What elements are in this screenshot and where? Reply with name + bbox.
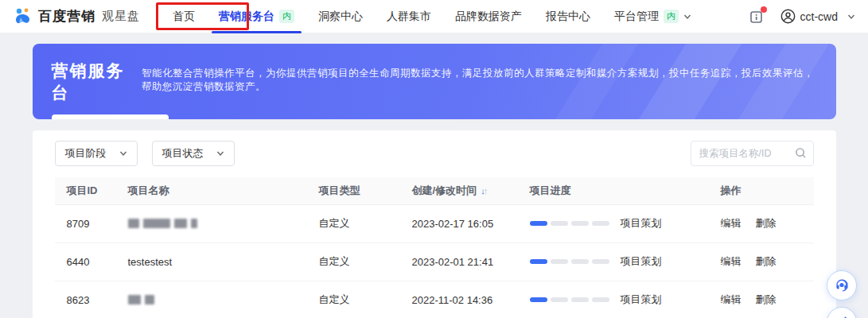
nav-item-label: 报告中心 (546, 10, 590, 24)
column-header-5: 操作 (709, 177, 814, 204)
delete-action-link[interactable]: 删除 (756, 255, 777, 267)
edit-action-link[interactable]: 编辑 (721, 255, 741, 267)
projects-table: 项目ID项目名称项目类型创建/修改时间↓↑项目进度操作 8709自定义2023-… (55, 177, 814, 318)
page-body: 营销服务台 智能化整合营销操作平台，为你提供营销项目的全生命周期数据支持，满足投… (0, 33, 868, 318)
top-navbar: 百度营销 观星盘 首页营销服务台内洞察中心人群集市品牌数据资产报告中心平台管理内… (0, 0, 868, 33)
project-progress-cell: 项目策划 (518, 281, 709, 318)
progress-segment (592, 221, 609, 226)
notification-icon[interactable] (749, 9, 765, 25)
project-type-cell: 自定义 (307, 204, 400, 242)
nav-item-2[interactable]: 洞察中心 (306, 0, 375, 33)
project-list-card: 项目阶段 项目状态 (33, 130, 836, 318)
chevron-down-icon (847, 13, 855, 21)
filter-toolbar: 项目阶段 项目状态 (55, 141, 814, 166)
nav-item-label: 平台管理 (614, 10, 659, 24)
progress-segment (551, 297, 568, 302)
account-name: cct-cwd (800, 10, 838, 23)
internal-badge: 内 (279, 10, 294, 23)
nav-item-5[interactable]: 报告中心 (534, 0, 602, 33)
progress-segment (592, 297, 609, 302)
create-project-button[interactable]: 新建自定义营销项目 (52, 114, 169, 119)
project-status-filter[interactable]: 项目状态 (152, 141, 235, 166)
logo-text-primary: 百度营销 (38, 7, 95, 25)
project-id-cell: 6440 (55, 242, 116, 281)
project-name-cell (116, 281, 307, 318)
page-title: 营销服务台 (52, 60, 129, 104)
column-header-3[interactable]: 创建/修改时间↓↑ (400, 177, 518, 204)
table-row: 8623自定义2022-11-02 14:36项目策划编辑删除 (55, 281, 814, 318)
table-body: 8709自定义2023-02-17 16:05项目策划编辑删除6440teste… (55, 204, 814, 318)
nav-item-label: 洞察中心 (318, 10, 363, 24)
column-header-1: 项目名称 (116, 177, 307, 204)
progress-segment (571, 221, 589, 226)
sort-icon[interactable]: ↓↑ (481, 186, 486, 196)
nav-item-4[interactable]: 品牌数据资产 (443, 0, 534, 33)
progress-stage-label: 项目策划 (621, 293, 662, 307)
nav-item-0[interactable]: 首页 (161, 0, 207, 33)
main-navigation: 首页营销服务台内洞察中心人群集市品牌数据资产报告中心平台管理内 (161, 0, 703, 33)
table-row: 8709自定义2023-02-17 16:05项目策划编辑删除 (55, 204, 814, 242)
internal-badge: 内 (664, 10, 679, 23)
column-header-label: 创建/修改时间 (412, 184, 477, 196)
chevron-down-icon (216, 149, 224, 157)
project-progress-cell: 项目策划 (518, 204, 709, 242)
progress-segment (592, 259, 609, 264)
baidu-marketing-logo-icon (13, 7, 33, 26)
column-header-label: 项目名称 (128, 184, 169, 196)
edit-action-link[interactable]: 编辑 (721, 293, 741, 305)
project-progress-cell: 项目策划 (518, 242, 709, 281)
nav-item-label: 首页 (173, 10, 195, 24)
project-type-cell: 自定义 (307, 281, 400, 318)
delete-action-link[interactable]: 删除 (756, 217, 777, 229)
nav-item-3[interactable]: 人群集市 (375, 0, 443, 33)
project-name-cell: testestest (116, 242, 307, 281)
project-time-cell: 2023-02-17 16:05 (400, 204, 518, 242)
search-box (691, 141, 814, 166)
nav-item-6[interactable]: 平台管理内 (602, 0, 703, 33)
progress-segment (530, 221, 547, 226)
chevron-down-icon (119, 149, 127, 157)
search-icon[interactable] (795, 147, 807, 159)
column-header-0: 项目ID (55, 177, 116, 204)
project-id-cell: 8623 (55, 281, 116, 318)
progress-segment (551, 259, 568, 264)
app-logo[interactable]: 百度营销 观星盘 (13, 7, 140, 26)
project-stage-filter[interactable]: 项目阶段 (55, 141, 138, 166)
column-header-4: 项目进度 (518, 177, 709, 204)
notification-badge-dot (761, 6, 767, 13)
redacted-project-name (128, 219, 307, 228)
project-type-cell: 自定义 (307, 242, 400, 281)
column-header-label: 项目ID (67, 184, 98, 196)
progress-segment (551, 221, 568, 226)
table-header-row: 项目ID项目名称项目类型创建/修改时间↓↑项目进度操作 (55, 177, 814, 204)
delete-action-link[interactable]: 删除 (756, 293, 777, 305)
actions-cell: 编辑删除 (709, 281, 814, 318)
edit-action-link[interactable]: 编辑 (721, 217, 741, 229)
project-stage-filter-label: 项目阶段 (65, 146, 107, 161)
hero-banner: 营销服务台 智能化整合营销操作平台，为你提供营销项目的全生命周期数据支持，满足投… (33, 44, 836, 119)
project-id-cell: 8709 (55, 204, 116, 242)
nav-item-1[interactable]: 营销服务台内 (207, 0, 306, 33)
account-menu[interactable]: cct-cwd (780, 9, 855, 24)
progress-stage-label: 项目策划 (621, 254, 662, 269)
user-avatar-icon (780, 9, 796, 24)
progress-stage-label: 项目策划 (621, 216, 662, 231)
logo-text-secondary: 观星盘 (102, 9, 140, 24)
nav-item-label: 营销服务台 (219, 10, 274, 24)
nav-item-label: 品牌数据资产 (455, 10, 522, 24)
headset-chat-icon (834, 277, 850, 293)
nav-item-label: 人群集市 (387, 10, 431, 24)
progress-segment (530, 259, 547, 264)
progress-segment (571, 297, 589, 302)
table-row: 6440testestest自定义2023-02-01 21:41项目策划编辑删… (55, 242, 814, 281)
progress-segment (571, 259, 589, 264)
column-header-2: 项目类型 (307, 177, 400, 204)
customer-service-button[interactable] (827, 270, 857, 301)
pencil-edit-icon (835, 315, 849, 318)
column-header-label: 操作 (721, 184, 741, 196)
redacted-project-name (128, 295, 307, 304)
column-header-label: 项目进度 (530, 184, 571, 196)
progress-segment (530, 297, 547, 302)
active-tab-underline (212, 31, 302, 33)
navbar-right: cct-cwd (749, 9, 855, 25)
